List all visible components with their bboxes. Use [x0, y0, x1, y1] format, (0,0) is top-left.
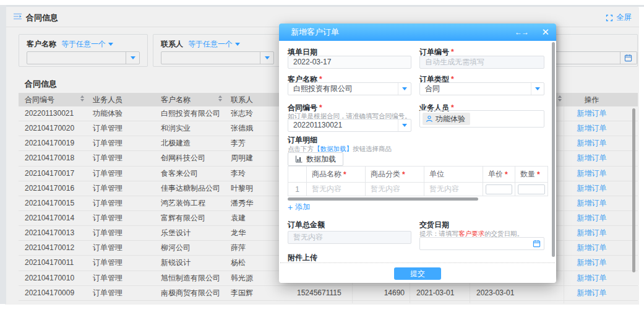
salesperson-chip[interactable]: 功能体验: [423, 113, 470, 125]
add-order-link[interactable]: 新增订单: [577, 184, 607, 193]
items-column-header: 单价*: [483, 167, 515, 183]
calendar-icon: [533, 240, 541, 248]
items-cell-input: [515, 183, 548, 196]
table-cell: 和润实业: [155, 121, 225, 136]
items-column-header: [288, 167, 307, 183]
sort-icon[interactable]: [80, 95, 84, 102]
table-cell-action: 新增订单: [564, 211, 619, 225]
table-cell-action: 新增订单: [564, 151, 619, 165]
items-row: 1暂无内容暂无内容暂无内容: [288, 183, 548, 196]
table-cell: [564, 301, 619, 303]
filter-customer-operator[interactable]: 等于任意一个: [61, 39, 113, 50]
sort-icon[interactable]: [558, 95, 562, 102]
add-order-link[interactable]: 新增订单: [577, 109, 607, 118]
add-order-link[interactable]: 新增订单: [577, 243, 607, 252]
fullscreen-button[interactable]: 全屏: [606, 12, 632, 23]
table-cell: 202104170018: [19, 151, 87, 165]
table-cell: 订单管理: [87, 211, 155, 225]
table-cell: 15245671115: [291, 286, 353, 300]
table-cell: 202104170013: [19, 226, 87, 240]
menu-icon[interactable]: [13, 13, 22, 20]
add-order-modal: 新增客户订单 ←→ ✕ 填单日期 订单编号* 2022-03-17 自动生成无需…: [279, 24, 556, 283]
add-order-link[interactable]: 新增订单: [577, 288, 607, 297]
chevron-down-icon: [402, 87, 407, 90]
table-row-partial: [19, 301, 638, 303]
add-order-link[interactable]: 新增订单: [577, 139, 607, 147]
filter-date-button[interactable]: [620, 51, 637, 64]
order-no-input[interactable]: 自动生成无需填写: [419, 56, 544, 69]
section-title: 合同信息: [25, 79, 57, 90]
table-cell: 食客来公司: [155, 167, 225, 181]
table-cell: 白熙投资有限公司: [155, 106, 225, 121]
table-cell-action: 新增订单: [564, 136, 619, 150]
table-cell: 202104170009: [19, 286, 87, 300]
table-cell: 李国辉: [225, 286, 291, 300]
modal-header[interactable]: 新增客户订单 ←→ ✕: [279, 24, 556, 41]
contract-no-select[interactable]: 202201130021: [288, 119, 411, 132]
chevron-down-icon: [535, 87, 540, 90]
add-order-link[interactable]: 新增订单: [577, 228, 607, 237]
filter-contact: 联系人等于任意一个: [153, 34, 282, 67]
table-cell: 创网科技公司: [155, 151, 225, 165]
salesperson-field[interactable]: 功能体验: [419, 110, 544, 128]
unit-price-input[interactable]: [486, 184, 512, 194]
table-cell: 202104170014: [19, 211, 87, 225]
table-cell: 订单管理: [87, 256, 155, 270]
add-row-link[interactable]: +添加: [288, 202, 310, 212]
sort-icon[interactable]: [218, 95, 222, 102]
table-cell: 乐堡设计: [155, 226, 225, 240]
add-order-link[interactable]: 新增订单: [577, 214, 607, 222]
person-icon: [426, 115, 433, 123]
modal-scrollbar[interactable]: [552, 42, 555, 257]
table-cell-action: 新增订单: [564, 256, 619, 270]
table-cell: 202104170010: [19, 271, 87, 285]
order-type-select[interactable]: 合同: [419, 82, 544, 95]
column-header[interactable]: 客户名称: [155, 93, 225, 106]
resize-icon[interactable]: ←→: [515, 27, 528, 37]
column-header[interactable]: 合同编号: [19, 93, 87, 106]
add-order-link[interactable]: 新增订单: [577, 154, 607, 162]
table-cell: 202104170015: [19, 196, 87, 210]
filter-contact-select[interactable]: [161, 51, 274, 64]
add-order-link[interactable]: 新增订单: [577, 199, 607, 207]
table-cell: [353, 301, 410, 303]
items-header-row: 商品名称*商品分类*单位单价*数量*: [288, 167, 548, 183]
filter-customer-name: 客户名称等于任意一个: [19, 34, 148, 67]
filter-customer-select[interactable]: [27, 51, 140, 64]
table-cell-action: 新增订单: [564, 286, 619, 300]
vertical-scrollbar[interactable]: [632, 108, 635, 272]
table-cell: 订单管理: [87, 181, 155, 196]
table-cell: 订单管理: [87, 151, 155, 165]
add-order-link[interactable]: 新增订单: [577, 124, 607, 132]
filter-contact-operator[interactable]: 等于任意一个: [188, 39, 240, 50]
items-column-header: 商品名称*: [307, 167, 366, 183]
submit-button[interactable]: 提交: [394, 267, 441, 280]
table-cell: [87, 301, 155, 303]
add-order-link[interactable]: 新增订单: [577, 169, 607, 178]
quantity-input[interactable]: [518, 184, 545, 194]
horizontal-scrollbar[interactable]: [288, 197, 478, 201]
table-cell: 14690: [353, 286, 410, 300]
table-cell-action: 新增订单: [564, 167, 619, 181]
add-order-link[interactable]: 新增订单: [577, 258, 607, 267]
table-cell: 202201130021: [19, 106, 87, 121]
page-title: 合同信息: [26, 12, 58, 24]
table-cell-action: 新增订单: [564, 271, 619, 285]
table-cell: 202104170019: [19, 136, 87, 150]
chart-icon: [295, 155, 303, 163]
table-cell: [470, 301, 564, 303]
table-cell: 富辉有限公司: [155, 211, 225, 225]
table-cell: 订单管理: [87, 271, 155, 285]
close-icon[interactable]: ✕: [541, 24, 549, 40]
chevron-down-icon: [108, 43, 113, 46]
fill-date-input[interactable]: 2022-03-17: [288, 56, 411, 69]
table-cell: 订单管理: [87, 286, 155, 300]
total-amount-input[interactable]: 暂无内容: [288, 231, 411, 244]
add-order-link[interactable]: 新增订单: [577, 274, 607, 282]
data-load-button[interactable]: 数据加载: [288, 152, 343, 166]
fullscreen-icon: [606, 14, 613, 22]
customer-name-select[interactable]: 白熙投资有限公司: [288, 82, 411, 95]
modal-title: 新增客户订单: [291, 24, 339, 41]
table-cell: [410, 301, 470, 303]
delivery-date-input[interactable]: [419, 237, 544, 250]
